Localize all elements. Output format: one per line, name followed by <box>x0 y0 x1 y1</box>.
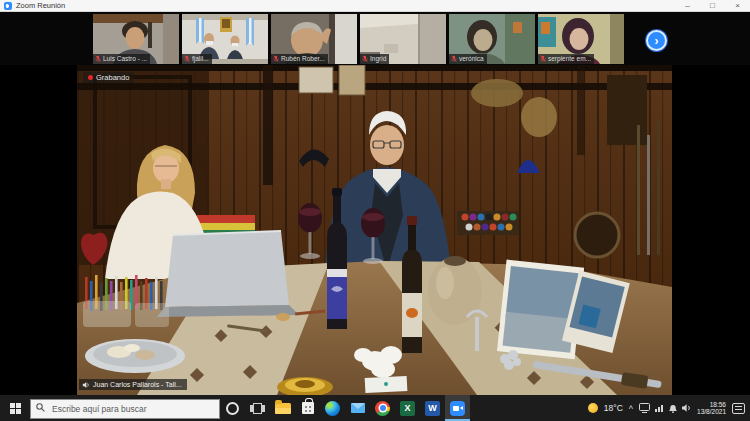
zoom-camera-icon <box>450 401 465 416</box>
mail-button[interactable] <box>345 395 370 421</box>
next-participants-button[interactable]: › <box>646 30 667 51</box>
muted-mic-icon <box>273 55 279 63</box>
weather-sun-icon[interactable] <box>588 403 598 413</box>
muted-mic-icon <box>95 55 101 63</box>
participant-name-label: Rubén Rober... <box>271 54 328 64</box>
maximize-button[interactable]: □ <box>700 0 725 11</box>
action-center-icon[interactable] <box>732 403 745 414</box>
participant-thumb-ruben[interactable]: Rubén Rober... <box>271 14 357 64</box>
muted-mic-icon <box>540 55 546 63</box>
participant-name-label: verónica <box>449 54 487 64</box>
store-button[interactable] <box>295 395 320 421</box>
participant-filmstrip: Luis Castro - ... fjalil... <box>0 12 750 65</box>
muted-mic-icon <box>451 55 457 63</box>
task-view-icon <box>253 403 262 414</box>
muted-mic-icon <box>184 55 190 63</box>
taskbar-clock[interactable]: 18:56 13/8/2021 <box>697 401 726 416</box>
participant-name-label: serpiente em... <box>538 54 594 64</box>
chrome-browser-icon <box>375 401 390 416</box>
minimize-button[interactable]: – <box>675 0 700 11</box>
main-speaker-video[interactable]: Grabando Juan Carlos Pallarols - Tall... <box>77 65 672 395</box>
excel-icon: X <box>400 401 415 416</box>
task-view-button[interactable] <box>245 395 270 421</box>
excel-button[interactable]: X <box>395 395 420 421</box>
participant-thumb-fjalil[interactable]: fjalil... <box>182 14 268 64</box>
zoom-taskbar-button[interactable] <box>445 395 470 421</box>
search-icon <box>36 403 45 412</box>
participant-thumb-ingrid[interactable]: Ingrid <box>360 14 446 64</box>
participant-thumb-serpiente[interactable]: serpiente em... <box>538 14 624 64</box>
title-bar: Zoom Reunión – □ × <box>0 0 750 12</box>
video-frame-scene <box>77 65 672 395</box>
window-controls: – □ × <box>675 0 750 11</box>
word-icon: W <box>425 401 440 416</box>
recording-dot-icon <box>88 75 93 80</box>
edge-button[interactable] <box>320 395 345 421</box>
speaker-name-label: Juan Carlos Pallarols - Tall... <box>79 379 187 390</box>
recording-indicator: Grabando <box>83 72 134 83</box>
tray-status-icons[interactable] <box>639 402 691 414</box>
system-tray: 18°C ^ 18:56 13/8/2021 <box>588 401 750 416</box>
mail-envelope-icon <box>351 403 365 413</box>
participant-name-label: Luis Castro - ... <box>93 54 150 64</box>
date-label: 13/8/2021 <box>697 408 726 416</box>
audio-volume-icon <box>82 381 90 389</box>
folder-icon <box>275 403 291 414</box>
search-input[interactable] <box>30 399 220 419</box>
zoom-app-icon <box>4 2 12 10</box>
muted-mic-icon <box>362 55 368 63</box>
zoom-meeting-window: Zoom Reunión – □ × Luis Castro - ... <box>0 0 750 421</box>
participant-name-label: Ingrid <box>360 54 389 64</box>
participant-thumb-veronica[interactable]: verónica <box>449 14 535 64</box>
participant-thumb-luis-castro[interactable]: Luis Castro - ... <box>93 14 179 64</box>
edge-browser-icon <box>325 401 340 416</box>
taskbar-search <box>30 398 220 418</box>
temperature-label[interactable]: 18°C <box>604 403 623 413</box>
window-title: Zoom Reunión <box>16 1 65 10</box>
word-button[interactable]: W <box>420 395 445 421</box>
shopping-bag-icon <box>302 402 314 414</box>
start-button[interactable] <box>0 395 30 421</box>
close-button[interactable]: × <box>725 0 750 11</box>
file-explorer-button[interactable] <box>270 395 295 421</box>
participant-name-label: fjalil... <box>182 54 212 64</box>
chrome-button[interactable] <box>370 395 395 421</box>
hidden-icons-chevron[interactable]: ^ <box>629 404 633 414</box>
windows-logo-icon <box>10 403 21 414</box>
cortana-button[interactable] <box>220 395 245 421</box>
chevron-right-icon: › <box>655 35 659 47</box>
windows-taskbar: X W 18°C ^ 18:56 13/8/2021 <box>0 395 750 421</box>
cortana-icon <box>226 402 239 415</box>
recording-label: Grabando <box>96 73 129 82</box>
time-label: 18:56 <box>710 401 726 409</box>
